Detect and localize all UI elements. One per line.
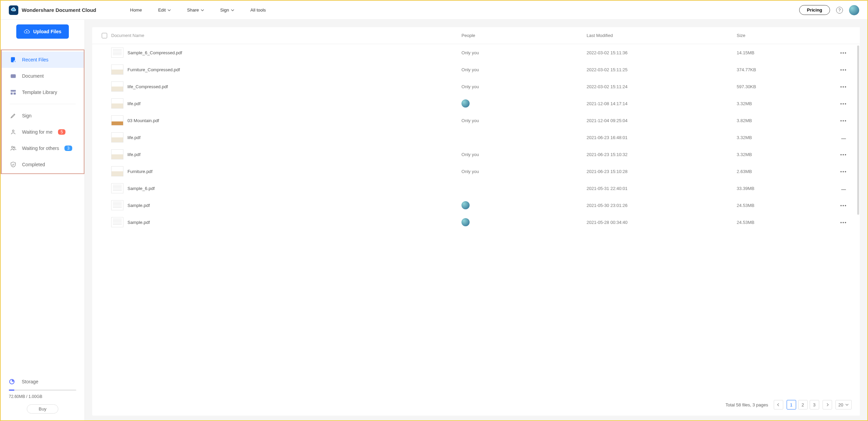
pie-chart-icon <box>9 379 15 385</box>
pager-page-2[interactable]: 2 <box>798 400 808 409</box>
col-name[interactable]: Document Name <box>111 33 461 38</box>
file-thumbnail-icon <box>111 183 123 193</box>
more-icon: ••• <box>840 220 847 225</box>
table-row[interactable]: Furniture_Compressed.pdfOnly you2022-03-… <box>92 61 860 78</box>
file-modified: 2021-05-30 23:01:26 <box>587 203 737 208</box>
row-actions[interactable]: ••• <box>837 169 850 174</box>
row-actions[interactable]: ••• <box>837 203 850 208</box>
sidebar-item-document[interactable]: Document <box>2 68 84 84</box>
row-actions[interactable] <box>837 135 850 140</box>
row-actions[interactable]: ••• <box>837 84 850 89</box>
nav-home-label: Home <box>130 7 142 13</box>
sidebar-item-template-library[interactable]: Template Library <box>2 84 84 100</box>
sidebar-sign-label: Sign <box>22 113 32 118</box>
table-row[interactable]: Sample_6_Compressed.pdfOnly you2022-03-0… <box>92 44 860 61</box>
sidebar-item-waiting-for-me[interactable]: Waiting for me 5 <box>2 124 84 140</box>
nav-edit[interactable]: Edit <box>158 7 171 13</box>
file-modified: 2021-06-23 15:10:28 <box>587 169 737 174</box>
file-name: Furniture.pdf <box>127 169 153 174</box>
upload-label: Upload Files <box>33 29 61 34</box>
select-all-checkbox[interactable] <box>102 33 107 38</box>
file-modified: 2021-12-04 09:25:04 <box>587 118 737 123</box>
file-list-card: Document Name People Last Modified Size … <box>92 27 860 416</box>
more-icon: ••• <box>840 67 847 72</box>
user-avatar[interactable] <box>849 5 859 15</box>
file-people <box>461 218 587 226</box>
svg-rect-3 <box>11 90 16 92</box>
row-actions[interactable] <box>837 186 850 191</box>
table-row[interactable]: Furniture.pdfOnly you2021-06-23 15:10:28… <box>92 163 860 180</box>
sidebar-item-waiting-for-others[interactable]: Waiting for others 3 <box>2 140 84 156</box>
svg-rect-4 <box>11 93 13 95</box>
file-size: 3.32MB <box>737 152 837 157</box>
table-row[interactable]: 03 Mountain.pdfOnly you2021-12-04 09:25:… <box>92 112 860 129</box>
file-thumbnail-icon <box>111 217 123 227</box>
table-row[interactable]: life.pdfOnly you2021-06-23 15:10:323.32M… <box>92 146 860 163</box>
pager-per-page[interactable]: 20 <box>835 400 852 409</box>
file-size: 24.53MB <box>737 220 837 225</box>
row-actions[interactable]: ••• <box>837 67 850 72</box>
file-people: Only you <box>461 50 587 55</box>
badge-waiting-me: 5 <box>58 129 66 135</box>
file-modified: 2021-05-28 00:34:40 <box>587 220 737 225</box>
table-row[interactable]: life.pdf2021-12-08 14:17:143.32MB••• <box>92 95 860 112</box>
table-row[interactable]: Sample.pdf2021-05-28 00:34:4024.53MB••• <box>92 214 860 231</box>
col-size[interactable]: Size <box>737 33 837 38</box>
more-icon: ••• <box>840 84 847 89</box>
nav-home[interactable]: Home <box>130 7 142 13</box>
help-icon[interactable]: ? <box>836 7 843 14</box>
row-actions[interactable]: ••• <box>837 220 850 225</box>
row-actions[interactable]: ••• <box>837 118 850 123</box>
table-row[interactable]: life.pdf2021-06-23 16:48:013.32MB <box>92 129 860 146</box>
sidebar-document-label: Document <box>22 73 44 79</box>
sidebar-template-label: Template Library <box>22 90 57 95</box>
pager-page-1[interactable]: 1 <box>787 400 796 409</box>
sidebar-item-completed[interactable]: Completed <box>2 156 84 173</box>
sidebar-completed-label: Completed <box>22 162 45 167</box>
brand[interactable]: Wondershare Document Cloud <box>9 5 96 15</box>
file-recent-icon <box>10 56 17 63</box>
sidebar-highlight-box: Recent Files Document Template Library S… <box>1 50 84 174</box>
table-row[interactable]: life_Compressed.pdfOnly you2022-03-02 15… <box>92 78 860 95</box>
more-icon: ••• <box>840 101 847 106</box>
nav-share-label: Share <box>187 7 199 13</box>
nav-sign-label: Sign <box>220 7 229 13</box>
nav-all-tools[interactable]: All tools <box>251 7 266 13</box>
pager-page-3[interactable]: 3 <box>810 400 819 409</box>
table-row[interactable]: Sample_6.pdf2021-05-31 22:40:0133.39MB <box>92 180 860 197</box>
dash-icon <box>841 138 846 139</box>
file-people: Only you <box>461 152 587 157</box>
sidebar-wait-others-label: Waiting for others <box>22 146 59 151</box>
upload-files-button[interactable]: Upload Files <box>16 24 69 39</box>
file-size: 597.30KB <box>737 84 837 89</box>
file-size: 3.32MB <box>737 135 837 140</box>
buy-button[interactable]: Buy <box>27 404 58 414</box>
file-size: 14.15MB <box>737 50 837 55</box>
row-actions[interactable]: ••• <box>837 101 850 106</box>
file-thumbnail-icon <box>111 115 123 126</box>
col-modified[interactable]: Last Modified <box>587 33 737 38</box>
pagination: Total 58 files, 3 pages 123 20 <box>92 397 860 416</box>
svg-point-8 <box>14 147 15 148</box>
file-name: Sample_6_Compressed.pdf <box>127 50 182 55</box>
col-people[interactable]: People <box>461 33 587 38</box>
people-icon <box>10 145 17 152</box>
dash-icon <box>841 189 846 190</box>
file-size: 3.32MB <box>737 101 837 106</box>
nav-share[interactable]: Share <box>187 7 204 13</box>
scrollbar-thumb[interactable] <box>857 45 859 215</box>
table-header: Document Name People Last Modified Size <box>92 27 860 44</box>
sidebar-item-recent-files[interactable]: Recent Files <box>2 52 84 68</box>
chevron-down-icon <box>231 8 234 12</box>
pager-prev[interactable] <box>774 400 783 409</box>
nav-sign[interactable]: Sign <box>220 7 234 13</box>
sidebar-item-sign[interactable]: Sign <box>2 108 84 124</box>
pager-next[interactable] <box>823 400 832 409</box>
row-actions[interactable]: ••• <box>837 152 850 157</box>
table-row[interactable]: Sample.pdf2021-05-30 23:01:2624.53MB••• <box>92 197 860 214</box>
pen-icon <box>10 112 17 119</box>
row-actions[interactable]: ••• <box>837 50 850 55</box>
pricing-button[interactable]: Pricing <box>799 5 830 15</box>
file-people: Only you <box>461 118 587 123</box>
file-size: 374.77KB <box>737 67 837 72</box>
